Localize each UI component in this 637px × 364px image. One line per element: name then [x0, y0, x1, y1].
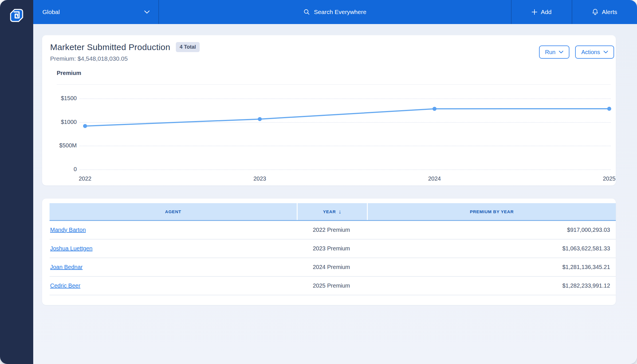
x-axis-tick: 2025: [592, 175, 626, 182]
agent-cell: Joan Bednar: [50, 264, 297, 270]
x-axis-tick: 2024: [417, 175, 452, 182]
premium-series-line: [85, 109, 609, 126]
app-logo-icon: [9, 8, 24, 23]
column-header-label: YEAR: [323, 209, 336, 214]
year-cell: 2022 Premium: [297, 227, 366, 233]
agent-link[interactable]: Joshua Luettgen: [50, 245, 93, 252]
column-header-agent[interactable]: AGENT: [50, 203, 297, 220]
year-cell: 2025 Premium: [297, 282, 366, 289]
premium-cell: $1,282,233,991.12: [366, 282, 616, 289]
chart-series-svg: [42, 35, 616, 185]
agent-link[interactable]: Cedric Beer: [50, 282, 80, 289]
actions-label: Actions: [581, 49, 600, 56]
page-title: Marketer Submitted Production: [50, 42, 170, 52]
main-content: Marketer Submitted Production 4 Total Pr…: [33, 24, 637, 364]
search-label: Search Everywhere: [314, 9, 366, 15]
chevron-down-icon: [559, 51, 563, 54]
agent-cell: Cedric Beer: [50, 282, 297, 289]
column-header-label: PREMIUM BY YEAR: [470, 209, 514, 214]
actions-button[interactable]: Actions: [575, 46, 614, 59]
report-card: Marketer Submitted Production 4 Total Pr…: [42, 35, 616, 185]
column-header-premium-by-year[interactable]: PREMIUM BY YEAR: [368, 203, 616, 220]
agent-cell: Joshua Luettgen: [50, 245, 297, 252]
agents-table: AGENTYEAR↓PREMIUM BY YEAR Mandy Barton20…: [50, 203, 616, 295]
gridline: [80, 122, 611, 123]
y-axis-tick: 0: [51, 166, 77, 173]
agent-link[interactable]: Mandy Barton: [50, 227, 86, 233]
sidebar: [0, 0, 33, 364]
year-cell: 2024 Premium: [297, 264, 366, 270]
bell-icon: [592, 9, 598, 15]
table-body: Mandy Barton2022 Premium$917,000,293.03J…: [50, 221, 616, 295]
table-header-row: AGENTYEAR↓PREMIUM BY YEAR: [50, 203, 616, 221]
add-button[interactable]: Add: [511, 0, 572, 24]
alerts-button[interactable]: Alerts: [572, 0, 637, 24]
workspace-label: Global: [42, 9, 60, 15]
agents-table-card: AGENTYEAR↓PREMIUM BY YEAR Mandy Barton20…: [42, 199, 616, 305]
app-window: Global Search Everywhere Add Alerts: [0, 0, 637, 364]
premium-cell: $1,281,136,345.21: [366, 264, 616, 270]
app-logo-button[interactable]: [9, 8, 24, 23]
data-point-2024: [432, 107, 437, 111]
gridline: [80, 146, 611, 146]
chart-divider: [57, 84, 611, 85]
search-everywhere-button[interactable]: Search Everywhere: [158, 0, 511, 24]
column-header-label: AGENT: [165, 209, 181, 214]
agent-link[interactable]: Joan Bednar: [50, 264, 82, 270]
total-count-badge: 4 Total: [176, 42, 200, 52]
topbar: Global Search Everywhere Add Alerts: [33, 0, 637, 24]
search-icon: [304, 9, 310, 15]
data-point-2022: [83, 124, 87, 128]
gridline: [80, 169, 611, 170]
alerts-label: Alerts: [602, 9, 617, 15]
table-row: Cedric Beer2025 Premium$1,282,233,991.12: [50, 277, 616, 295]
data-point-2025: [607, 107, 611, 111]
chevron-down-icon: [144, 10, 150, 14]
column-header-year[interactable]: YEAR↓: [298, 203, 367, 220]
x-axis-tick: 2023: [243, 175, 277, 182]
chevron-down-icon: [603, 51, 608, 54]
table-row: Mandy Barton2022 Premium$917,000,293.03: [50, 221, 616, 240]
plus-icon: [532, 9, 537, 15]
add-label: Add: [541, 9, 551, 15]
data-point-2023: [258, 117, 262, 121]
premium-cell: $1,063,622,581.33: [366, 245, 616, 252]
agent-cell: Mandy Barton: [50, 227, 297, 233]
sort-arrow-down-icon: ↓: [339, 208, 342, 215]
y-axis-tick: $500M: [51, 142, 77, 149]
y-axis-tick: $1500: [51, 95, 77, 102]
x-axis-tick: 2022: [68, 175, 102, 182]
premium-cell: $917,000,293.03: [366, 227, 616, 233]
run-button[interactable]: Run: [539, 46, 570, 59]
premium-line-chart: Premium $1500$1000$500M02022202320242025: [42, 35, 616, 185]
gridline: [80, 98, 611, 99]
workspace-dropdown[interactable]: Global: [33, 0, 158, 24]
premium-summary: Premium: $4,548,018,030.05: [50, 55, 128, 62]
year-cell: 2023 Premium: [297, 245, 366, 252]
y-axis-tick: $1000: [51, 119, 77, 125]
table-row: Joshua Luettgen2023 Premium$1,063,622,58…: [50, 240, 616, 258]
chart-legend-label: Premium: [57, 70, 81, 76]
table-row: Joan Bednar2024 Premium$1,281,136,345.21: [50, 258, 616, 277]
run-label: Run: [545, 49, 556, 56]
